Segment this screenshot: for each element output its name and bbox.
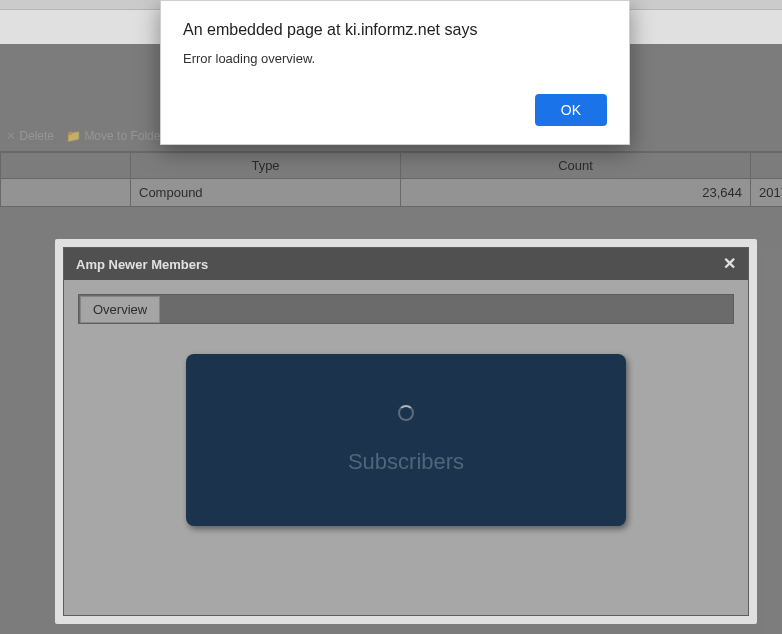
subscribers-label: Subscribers (348, 449, 464, 475)
ok-button[interactable]: OK (535, 94, 607, 126)
tab-strip: Overview (78, 294, 734, 324)
trash-icon: ✕ (6, 129, 16, 143)
folder-icon: 📁 (66, 129, 81, 143)
panel: Amp Newer Members ✕ Overview Subscribers (63, 247, 749, 616)
alert-actions: OK (183, 94, 607, 126)
loading-spinner-icon (398, 405, 414, 421)
table-row[interactable]: Compound 23,644 2017 (1, 179, 783, 207)
cell-count: 23,644 (401, 179, 751, 207)
close-icon[interactable]: ✕ (723, 256, 736, 272)
data-table: Type Count Compound 23,644 2017 (0, 152, 782, 207)
panel-header: Amp Newer Members ✕ (64, 248, 748, 280)
col-year-header (751, 153, 783, 179)
col-count-header: Count (401, 153, 751, 179)
delete-action[interactable]: ✕ Delete (6, 129, 54, 143)
cell-type: Compound (131, 179, 401, 207)
panel-outer: Amp Newer Members ✕ Overview Subscribers (55, 239, 757, 624)
delete-label: Delete (19, 129, 54, 143)
toolbar-actions: ✕ Delete 📁 Move to Folder (6, 129, 164, 143)
panel-content: Subscribers (78, 324, 734, 526)
cell-blank (1, 179, 131, 207)
panel-body: Overview Subscribers (64, 280, 748, 540)
move-action[interactable]: 📁 Move to Folder (66, 129, 164, 143)
alert-title: An embedded page at ki.informz.net says (183, 21, 607, 39)
tab-overview[interactable]: Overview (80, 296, 160, 323)
table-header-row: Type Count (1, 153, 783, 179)
alert-message: Error loading overview. (183, 51, 607, 66)
cell-year: 2017 (751, 179, 783, 207)
alert-dialog: An embedded page at ki.informz.net says … (160, 0, 630, 145)
move-label: Move to Folder (84, 129, 164, 143)
subscribers-card[interactable]: Subscribers (186, 354, 626, 526)
panel-title: Amp Newer Members (76, 257, 208, 272)
col-blank-header (1, 153, 131, 179)
col-type-header: Type (131, 153, 401, 179)
